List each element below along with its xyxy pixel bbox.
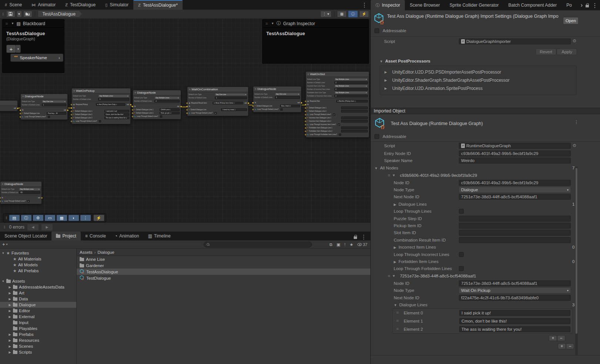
node-prop-input[interactable]: 2 bbox=[334, 95, 368, 97]
sidebar-item-data[interactable]: ▶Data bbox=[0, 296, 76, 302]
tab-animation[interactable]: ◔Animation bbox=[110, 232, 144, 240]
graph-node-startnode[interactable]: ≡StartNodeSpeakerNameout bbox=[0, 100, 18, 111]
node-header[interactable]: ≡WaitOnPickup bbox=[72, 88, 130, 94]
port-dot[interactable] bbox=[130, 104, 131, 105]
lock-icon[interactable] bbox=[586, 5, 589, 7]
node-prop-dropdown[interactable]: Say One Line▾ bbox=[275, 93, 300, 95]
foldout-arrow-icon[interactable]: ▶ bbox=[394, 203, 396, 206]
sidebar-item-input[interactable]: Input bbox=[0, 320, 76, 326]
blackboard-field-speakername[interactable]: "" SpeakerName ‹ bbox=[10, 54, 63, 62]
graph-node-dialoguenode[interactable]: ≡DialogueNodeDefault Line TypeSay One Li… bbox=[20, 94, 68, 120]
graph-tool-button-6[interactable]: ⋮ bbox=[80, 215, 91, 221]
tab-animator[interactable]: ⋈Animator bbox=[27, 0, 60, 10]
checkbox[interactable] bbox=[374, 28, 379, 33]
tab-project[interactable]: Project bbox=[51, 232, 80, 240]
element-value-field[interactable]: Cmon, don't be like this! bbox=[459, 318, 570, 324]
tab-timeline[interactable]: ▥Timeline bbox=[143, 232, 175, 240]
add-element-button[interactable]: + bbox=[549, 335, 557, 341]
blackboard-panel[interactable]: = ▼ ▤ Blackboard TestAssDialogue (Dialog… bbox=[2, 19, 64, 73]
foldout-arrow-icon[interactable]: ▼ bbox=[1, 252, 5, 255]
value-field[interactable]: #RuntimeDialogueGraph bbox=[459, 143, 571, 149]
dialogue-line-input[interactable]: I said pick it up! bbox=[104, 110, 129, 112]
tab-simulator[interactable]: ▯Simulator bbox=[100, 0, 133, 10]
loop-checkbox[interactable]: ✓ bbox=[338, 124, 340, 126]
drag-handle-icon[interactable]: = bbox=[388, 274, 390, 278]
port-dot[interactable] bbox=[71, 104, 72, 105]
foldout-arrow-icon[interactable]: ▶ bbox=[8, 345, 11, 348]
sidebar-item-playables[interactable]: Playables bbox=[0, 326, 76, 331]
foldout-arrow-icon[interactable]: ▼ bbox=[1, 280, 5, 283]
add-property-dropdown[interactable]: ▾ bbox=[16, 45, 21, 53]
graph-kebab-dropdown[interactable]: ⋮ ▾ bbox=[320, 11, 331, 17]
save-dropdown[interactable]: ▾ bbox=[17, 11, 22, 17]
graph-tool-button-3[interactable]: ▭ bbox=[44, 215, 56, 221]
checkbox[interactable] bbox=[459, 209, 464, 214]
port-dot[interactable] bbox=[305, 104, 306, 105]
port-dot[interactable] bbox=[248, 102, 249, 104]
expand-arrow-icon[interactable]: ‹ bbox=[59, 55, 60, 60]
port-dot[interactable] bbox=[305, 134, 306, 135]
checkbox[interactable] bbox=[374, 134, 379, 139]
value-field[interactable]: c93b5606-401f-49a2-99b5-9ecbf1fa9c29 bbox=[459, 180, 571, 186]
breadcrumb-assets[interactable]: Assets bbox=[80, 250, 93, 255]
tab-console[interactable]: ≡Console bbox=[81, 232, 110, 240]
tab-po[interactable]: Po bbox=[561, 0, 577, 10]
foldout-arrow-icon[interactable]: ▶ bbox=[394, 246, 396, 249]
foldout-arrow-icon[interactable]: ▶ bbox=[8, 315, 11, 318]
node-header[interactable]: ≡DialogueNode bbox=[21, 94, 67, 99]
graph-node-dialoguenode[interactable]: ≡DialogueNodeDefault Line TypeSay Multip… bbox=[0, 181, 42, 204]
revert-button[interactable]: Revert bbox=[536, 48, 556, 55]
dialogue-line-input[interactable]: Now, go get, c bbox=[160, 112, 180, 114]
sidebar-item-external[interactable]: ▶External bbox=[0, 314, 76, 320]
tabstrip-kebab[interactable]: ⋮ bbox=[359, 1, 370, 9]
node-collapse-icon[interactable]: ≡ bbox=[73, 90, 75, 92]
save-button[interactable] bbox=[6, 11, 15, 17]
dialogue-line-input[interactable] bbox=[341, 117, 368, 119]
value-field[interactable]: #DialogueGraphImporter bbox=[459, 38, 571, 44]
object-picker-icon[interactable]: ⊙ bbox=[354, 100, 356, 102]
port-dot[interactable] bbox=[20, 116, 21, 118]
project-toolbar-icon-2[interactable]: ! bbox=[344, 242, 346, 247]
node-prop-input[interactable]: 1 bbox=[215, 97, 247, 99]
enum-dropdown[interactable]: Wait On Pickup▾ bbox=[459, 287, 571, 293]
port-dot[interactable] bbox=[252, 105, 254, 107]
node-collapse-icon[interactable]: ≡ bbox=[2, 183, 3, 185]
node-prop-input[interactable]: -55 bbox=[19, 191, 40, 194]
port-dot[interactable] bbox=[132, 106, 133, 107]
port-dot[interactable] bbox=[186, 112, 188, 114]
node-header[interactable]: ≡DialogueNode bbox=[133, 90, 181, 95]
group-header[interactable]: =▼7251e73e-38d3-44ff-a8c5-bcf54088aaf1 bbox=[388, 274, 476, 278]
loop-checkbox[interactable] bbox=[48, 116, 50, 118]
foldout-arrow-icon[interactable]: ▶ bbox=[8, 291, 11, 295]
foldout-arrow-icon[interactable]: ▶ bbox=[384, 78, 387, 82]
graph-tool-button-2[interactable]: ⚙ bbox=[33, 215, 44, 221]
sidebar-item-art[interactable]: ▶Art bbox=[0, 290, 76, 296]
node-collapse-icon[interactable]: ≡ bbox=[134, 91, 136, 94]
postprocessor-item[interactable]: ▶UnityEditor.ShaderGraph.ShaderGraphAsse… bbox=[380, 76, 576, 84]
port-dot[interactable] bbox=[186, 109, 188, 111]
value-field[interactable] bbox=[459, 230, 571, 236]
node-prop-dropdown[interactable]: Say Multiple Lines▾ bbox=[154, 97, 180, 99]
value-field[interactable]: c93b5606-401f-49a2-99b5-9ecbf1fa9c29 bbox=[459, 151, 571, 156]
toolbar-drag-handle[interactable]: ‖ bbox=[1, 12, 5, 16]
prev-error-button[interactable]: ◀ bbox=[27, 224, 39, 230]
port-dot[interactable] bbox=[20, 109, 21, 111]
value-field[interactable] bbox=[459, 237, 571, 243]
port-dot[interactable] bbox=[17, 108, 19, 109]
object-field[interactable]: ⚙Axe (Pickup Item Outp⊙ bbox=[96, 103, 125, 106]
graph-tool-button-4[interactable]: ▦ bbox=[56, 215, 67, 221]
sidebar-item-assets[interactable]: ▼Assets bbox=[0, 278, 76, 284]
foldout-arrow-icon[interactable]: ▼ bbox=[392, 274, 396, 278]
chevron-right-icon[interactable]: › bbox=[581, 2, 583, 9]
value-field[interactable] bbox=[459, 223, 571, 229]
sidebar-item-favorites[interactable]: ▼★Favorites bbox=[0, 250, 76, 256]
object-picker-icon[interactable]: ⊙ bbox=[573, 38, 576, 43]
foldout-arrow-icon[interactable]: ▶ bbox=[8, 339, 11, 342]
port-dot[interactable] bbox=[67, 109, 69, 111]
node-collapse-icon[interactable]: ≡ bbox=[22, 95, 24, 98]
dialogue-line-input[interactable] bbox=[341, 127, 368, 129]
apply-button[interactable]: Apply bbox=[557, 48, 577, 55]
drag-handle-icon[interactable]: = bbox=[396, 310, 399, 315]
file-item-anne-lise[interactable]: Anne Lise bbox=[77, 256, 370, 262]
node-prop-dropdown[interactable]: Say Multiple Lines▾ bbox=[19, 188, 40, 191]
